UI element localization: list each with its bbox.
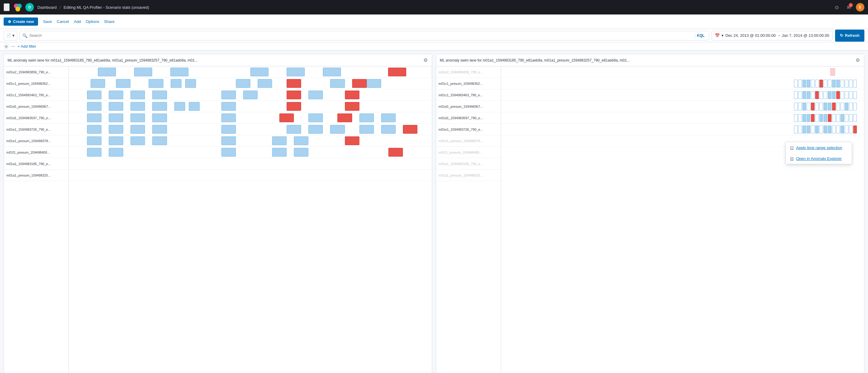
- time-range-value: Dec 24, 2013 @ 01:00:00.00 → Jan 7, 2014…: [725, 33, 829, 38]
- add-filter-row: ◎ — + Add filter: [0, 42, 868, 50]
- chevron-down-icon: ▾: [721, 33, 724, 38]
- svg-point-2: [16, 7, 20, 11]
- row-label: m01f1_presum_159498400...: [436, 147, 501, 158]
- row-label: m01a1_1594983185_790_e...: [4, 158, 68, 170]
- calendar-icon: 📅: [715, 33, 720, 38]
- grid-row: [501, 170, 864, 181]
- right-row-labels: m01e2_1594983856_790_e... m01c1_presum_1…: [436, 66, 501, 373]
- right-grid-rows: [501, 66, 864, 373]
- hamburger-menu-button[interactable]: ☰: [4, 3, 10, 11]
- grid-row: [69, 112, 432, 124]
- right-chart-grid[interactable]: 2013-12-29 00:00 2014-01-05 00:00: [501, 66, 864, 373]
- grid-row: [501, 66, 864, 78]
- workspace-avatar: D: [25, 3, 34, 11]
- row-label: m01e1_presum_159498378...: [4, 135, 68, 147]
- grid-row: [69, 89, 432, 101]
- grid-row: [501, 112, 864, 124]
- settings-nav-button[interactable]: ⊙: [832, 2, 841, 12]
- grid-row: [69, 78, 432, 89]
- grid-row: [501, 124, 864, 135]
- notifications-button[interactable]: ✉ 1: [844, 2, 854, 12]
- row-label: m01c1_presum_159498352...: [4, 78, 68, 89]
- grid-row: [69, 66, 432, 78]
- row-label: m01e1_1594983726_790_e...: [4, 124, 68, 135]
- row-label: m01c1_1594983463_790_e...: [436, 89, 501, 101]
- grid-row: [69, 124, 432, 135]
- search-input[interactable]: [29, 33, 694, 38]
- time-range-button[interactable]: 📅 ▾ Dec 24, 2013 @ 01:00:00.00 → Jan 7, …: [712, 31, 833, 40]
- row-label: m01e1_presum_159498378...: [436, 135, 501, 147]
- main-content: ML anomaly swim lane for m01a1_159498318…: [0, 50, 868, 373]
- save-button[interactable]: Save: [43, 19, 52, 24]
- plus-icon: ⊕: [8, 19, 11, 24]
- right-panel-settings-button[interactable]: ⚙: [855, 57, 861, 64]
- context-menu: ⊡ Apply time range selection ⊟ Open in A…: [785, 142, 852, 164]
- create-new-button[interactable]: ⊕ Create new: [4, 18, 38, 26]
- share-button[interactable]: Share: [104, 19, 115, 24]
- left-chart-grid[interactable]: 2013-12-29 00:00 2014-01-05 00:00: [69, 66, 432, 373]
- row-label: m01e2_1594983856_790_e...: [436, 66, 501, 78]
- row-label: m01a1_1594983185_790_e...: [436, 158, 501, 170]
- row-label: m01d1_1594983597_790_e...: [4, 112, 68, 124]
- right-panel: ML anomaly swim lane for m01a1_159498318…: [436, 54, 864, 373]
- user-avatar[interactable]: E: [856, 3, 864, 11]
- open-anomaly-explorer-button[interactable]: ⊟ Open in Anomaly Explorer: [786, 153, 852, 164]
- nav-icons-group: ⊙ ✉ 1 E: [832, 2, 864, 12]
- row-label: m01d1_presum_159498367...: [436, 101, 501, 112]
- apply-time-range-label: Apply time range selection: [796, 145, 842, 150]
- top-navigation: ☰ D Dashboard / Editing ML QA Profiler -…: [0, 0, 868, 14]
- row-label: m01d1_1594983597_790_e...: [436, 112, 501, 124]
- right-panel-title: ML anomaly swim lane for m01a1_159498318…: [440, 58, 852, 63]
- breadcrumb-separator: /: [60, 5, 61, 10]
- grid-row: [501, 78, 864, 89]
- apply-time-range-button[interactable]: ⊡ Apply time range selection: [786, 142, 852, 153]
- left-panel-title: ML anomaly swim lane for m01a1_159498318…: [7, 58, 421, 63]
- filter-indicator-icon: ◎: [4, 43, 9, 49]
- left-panel-settings-button[interactable]: ⚙: [423, 57, 428, 64]
- cancel-button[interactable]: Cancel: [57, 19, 69, 24]
- right-panel-header: ML anomaly swim lane for m01a1_159498318…: [436, 54, 864, 66]
- row-label: m01a1_presum_159498325...: [4, 170, 68, 181]
- notification-badge: 1: [849, 3, 853, 7]
- filter-document-icon: 📄: [6, 33, 11, 38]
- grid-row: [501, 89, 864, 101]
- options-button[interactable]: Options: [86, 19, 99, 24]
- filter-separator: —: [11, 44, 15, 48]
- search-icon: 🔍: [22, 33, 28, 38]
- right-chart-body: m01e2_1594983856_790_e... m01c1_presum_1…: [436, 66, 864, 373]
- app-logo: [13, 3, 22, 11]
- grid-row: [69, 135, 432, 147]
- chevron-down-icon: ▾: [12, 33, 14, 38]
- left-row-labels: m01e2_1594983856_790_e... m01c1_presum_1…: [4, 66, 69, 373]
- row-label: m01d1_presum_159498367...: [4, 101, 68, 112]
- add-button[interactable]: Add: [74, 19, 81, 24]
- grid-row: [69, 101, 432, 112]
- left-panel-header: ML anomaly swim lane for m01a1_159498318…: [4, 54, 432, 66]
- search-container: 🔍 KQL: [20, 31, 709, 40]
- row-label: m01c1_presum_159498352...: [436, 78, 501, 89]
- grid-row: [69, 147, 432, 158]
- refresh-icon: ↻: [840, 33, 843, 38]
- time-range-icon: ⊡: [790, 145, 794, 150]
- row-label: m01e2_1594983856_790_e...: [4, 66, 68, 78]
- grid-row: [69, 158, 432, 170]
- refresh-button[interactable]: ↻ Refresh: [835, 30, 864, 42]
- breadcrumb: Dashboard / Editing ML QA Profiler - Sce…: [37, 5, 828, 10]
- row-label: m01c1_1594983463_790_e...: [4, 89, 68, 101]
- filter-bar: 📄 ▾ 🔍 KQL 📅 ▾ Dec 24, 2013 @ 01:00:00.00…: [0, 29, 868, 42]
- add-filter-button[interactable]: + Add filter: [18, 44, 36, 48]
- left-panel: ML anomaly swim lane for m01a1_159498318…: [4, 54, 432, 373]
- left-grid-rows: [69, 66, 432, 373]
- grid-row: [501, 101, 864, 112]
- row-label: m01e1_1594983726_790_e...: [436, 124, 501, 135]
- explorer-icon: ⊟: [790, 156, 794, 161]
- kql-badge[interactable]: KQL: [695, 33, 706, 38]
- left-chart-body: m01e2_1594983856_790_e... m01c1_presum_1…: [4, 66, 432, 373]
- open-explorer-label: Open in Anomaly Explorer: [796, 156, 842, 161]
- row-label: m01f1_presum_159498400...: [4, 147, 68, 158]
- toolbar: ⊕ Create new Save Cancel Add Options Sha…: [0, 14, 868, 29]
- grid-row: [69, 170, 432, 181]
- row-label: m01a1_presum_159498325...: [436, 170, 501, 181]
- filter-type-button[interactable]: 📄 ▾: [4, 31, 17, 40]
